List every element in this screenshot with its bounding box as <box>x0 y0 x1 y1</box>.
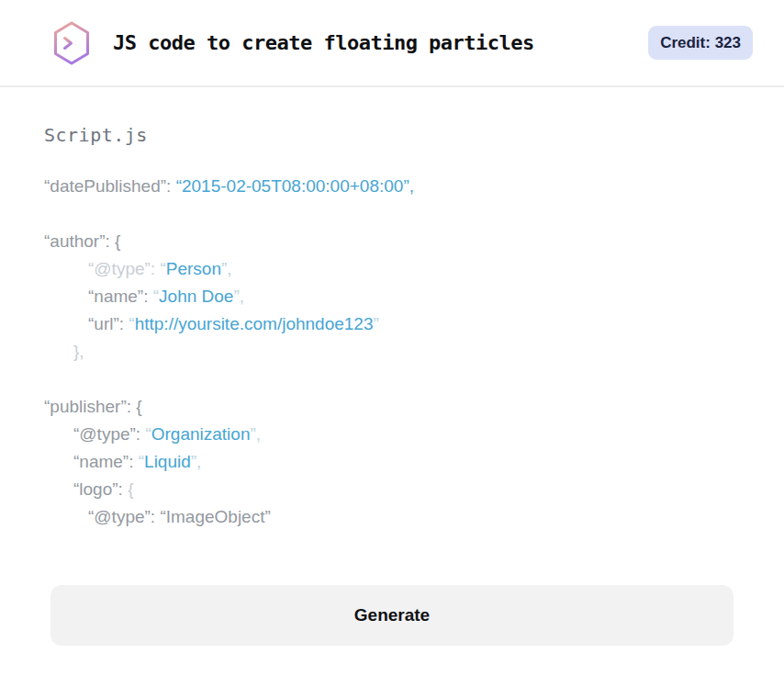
code-line: “@type”: “Person”, <box>44 255 740 283</box>
header: JS code to create floating particles Cre… <box>0 0 784 87</box>
code-line: “url”: “http://yoursite.com/johndoe123” <box>44 310 740 338</box>
code-segment: Liquid <box>144 452 191 471</box>
code-segment: John Doe <box>159 287 233 306</box>
code-segment: ”, <box>221 259 232 278</box>
page-title: JS code to create floating particles <box>113 31 534 54</box>
generate-button[interactable]: Generate <box>50 585 734 646</box>
code-segment: { <box>128 479 133 499</box>
code-line: “@type”: “ImageObject” <box>44 503 740 531</box>
code-segment: “name”: <box>73 452 139 471</box>
code-block: “datePublished”: “2015-02-05T08:00:00+08… <box>44 173 740 531</box>
code-blank-line <box>44 200 740 228</box>
code-line: “name”: “Liquid”, <box>44 448 740 476</box>
terminal-prompt-hexagon-icon <box>50 20 93 66</box>
code-segment: ”, <box>233 287 244 306</box>
code-segment: “name”: <box>88 287 153 306</box>
code-segment: “@type”: “ImageObject” <box>88 507 271 526</box>
code-segment: “logo”: <box>73 479 128 499</box>
code-line: “publisher”: { <box>44 393 740 421</box>
code-line: “@type”: “Organization”, <box>44 421 740 448</box>
code-line: “datePublished”: “2015-02-05T08:00:00+08… <box>44 173 740 200</box>
code-segment: “publisher”: { <box>44 397 142 416</box>
code-segment: “datePublished”: <box>44 176 176 196</box>
code-segment: Person <box>166 259 221 278</box>
code-line: }, <box>44 338 740 366</box>
code-segment: ” <box>374 314 379 333</box>
code-line: “name”: “John Doe”, <box>44 283 740 310</box>
code-segment: “2015-02-05T08:00:00+08:00”, <box>176 176 414 196</box>
code-segment: “author”: { <box>44 231 120 251</box>
code-panel: Script.js “datePublished”: “2015-02-05T0… <box>0 124 784 531</box>
code-segment: “@type”: <box>73 424 145 444</box>
code-blank-line <box>44 366 740 393</box>
code-line: “author”: { <box>44 228 740 255</box>
credit-badge: Credit: 323 <box>648 26 753 60</box>
code-filename: Script.js <box>44 124 740 146</box>
prompt-chevron-icon <box>65 38 72 48</box>
code-segment: http://yoursite.com/johndoe123 <box>135 314 374 333</box>
code-segment: “@type”: <box>88 259 160 278</box>
code-segment: }, <box>73 342 84 361</box>
code-segment: “url”: <box>88 314 129 333</box>
code-line: “logo”: { <box>44 476 740 503</box>
code-segment: Organization <box>151 424 251 444</box>
footer: Generate <box>0 585 784 646</box>
code-segment: ”, <box>191 452 202 471</box>
code-segment: ”, <box>250 424 261 444</box>
